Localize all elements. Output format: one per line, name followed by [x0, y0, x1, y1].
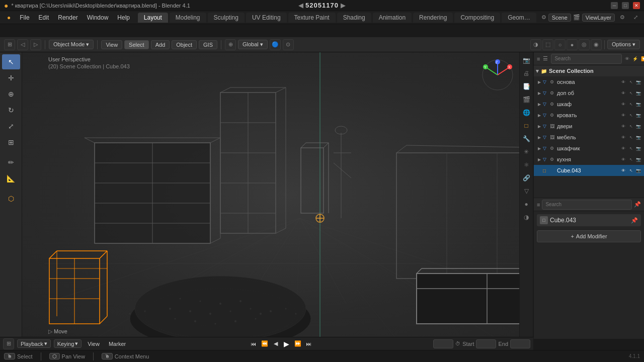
play-btn[interactable]: ▶ [282, 339, 292, 349]
prop-view-layer-icon[interactable]: 📑 [520, 80, 532, 93]
close-button[interactable]: ✕ [633, 2, 640, 9]
tab-sculpting[interactable]: Sculpting [208, 13, 245, 23]
cube043-sel[interactable]: ↖ [627, 167, 634, 174]
tab-layout[interactable]: Layout [138, 13, 168, 23]
props-pin-icon[interactable]: 📌 [634, 201, 641, 208]
outliner-item-mebel[interactable]: ▶ ▽ 🖼 мебель 👁 ↖ 📷 [534, 132, 644, 143]
expand-osnova[interactable]: ▶ [536, 78, 543, 85]
expand-shkaf[interactable]: ▶ [536, 101, 543, 108]
tab-uv-editing[interactable]: UV Editing [246, 13, 287, 23]
prop-world-icon[interactable]: 🌐 [520, 107, 532, 119]
expand-cube043[interactable] [536, 167, 543, 174]
prop-data-icon[interactable]: ▽ [520, 185, 532, 197]
toolbar-proportional-edit[interactable]: ⊙ [283, 39, 294, 50]
mebel-render[interactable]: 📷 [635, 134, 642, 141]
prop-object-icon[interactable]: □ [520, 120, 532, 132]
tab-modeling[interactable]: Modeling [170, 13, 206, 23]
toolbar-solid-icon[interactable]: ● [567, 39, 578, 50]
tool-measure[interactable]: 📐 [2, 171, 20, 186]
prop-scene-icon[interactable]: 🎬 [520, 94, 532, 106]
prop-shader-icon[interactable]: ◑ [520, 211, 532, 223]
tool-select[interactable]: ↖ [2, 54, 20, 69]
select-menu[interactable]: Select [124, 40, 149, 49]
tool-annotate[interactable]: ✏ [2, 155, 20, 170]
prop-physics-icon[interactable]: ⚛ [520, 159, 532, 171]
prop-pin-btn[interactable]: 📌 [631, 217, 638, 224]
shkafchik-vis[interactable]: 👁 [620, 145, 627, 152]
tab-animation[interactable]: Animation [373, 13, 412, 23]
expand-mebel[interactable]: ▶ [536, 134, 543, 141]
start-frame-input[interactable]: 1 [476, 339, 496, 348]
prop-constraints-icon[interactable]: 🔗 [520, 172, 532, 184]
props-search-input[interactable] [542, 200, 632, 210]
timeline-editor-icon[interactable]: ⊞ [3, 338, 14, 349]
osnova-vis[interactable]: 👁 [620, 78, 627, 85]
menu-item-render[interactable]: Render [54, 13, 82, 22]
dveri-render[interactable]: 📷 [635, 123, 642, 130]
add-modifier-button[interactable]: + Add Modifier [537, 230, 641, 242]
tool-add[interactable]: ⬡ [2, 191, 20, 206]
playback-dropdown[interactable]: Playback ▾ [17, 339, 51, 348]
gis-menu[interactable]: GIS [199, 40, 217, 49]
cube043-render[interactable]: 📷 [635, 167, 642, 174]
dveri-vis[interactable]: 👁 [620, 123, 627, 130]
mode-select[interactable]: Object Mode ▾ [49, 40, 94, 49]
menu-item-window[interactable]: Window [83, 13, 113, 22]
viewport-canvas[interactable]: User Perspective (20) Scene Collection |… [22, 52, 555, 339]
tool-cursor[interactable]: ✛ [2, 70, 20, 85]
tab-geometry[interactable]: Geom… [502, 13, 536, 23]
collection-expand-icon[interactable]: ▾ [536, 68, 539, 74]
jump-end-btn[interactable]: ⏭ [304, 339, 314, 349]
outliner-item-dop-ob[interactable]: ▶ ▽ ⚙ доп об 👁 ↖ 📷 [534, 87, 644, 99]
prop-render-icon[interactable]: 📷 [520, 54, 532, 66]
expand-shkafchik[interactable]: ▶ [536, 145, 543, 152]
timeline-view-btn[interactable]: View [85, 340, 103, 347]
outliner-item-shkafchik[interactable]: ▶ ▽ ⚙ шкафчик 👁 ↖ 📷 [534, 143, 644, 154]
toolbar-toggle-right[interactable]: ▷ [30, 39, 41, 50]
outliner-item-osnova[interactable]: ▶ ▽ ⚙ основа 👁 ↖ 📷 [534, 76, 644, 87]
mebel-vis[interactable]: 👁 [620, 134, 627, 141]
end-frame-input[interactable]: 250 [510, 339, 530, 348]
play-reverse-btn[interactable]: ◀ [271, 339, 281, 349]
krovat-sel[interactable]: ↖ [627, 112, 634, 119]
tool-scale[interactable]: ⤢ [2, 119, 20, 134]
tool-transform[interactable]: ⊞ [2, 135, 20, 150]
outliner-item-cube043[interactable]: □ Cube.043 👁 ↖ 📷 [534, 165, 644, 176]
minimize-button[interactable]: ─ [611, 2, 618, 9]
dop-render[interactable]: 📷 [635, 89, 642, 97]
maximize-button[interactable]: □ [622, 2, 629, 9]
cube043-vis[interactable]: 👁 [620, 167, 627, 174]
keying-dropdown[interactable]: Keying ▾ [54, 339, 82, 348]
tool-rotate[interactable]: ↻ [2, 103, 20, 118]
expand-kuhnya[interactable]: ▶ [536, 156, 543, 163]
jump-start-btn[interactable]: ⏮ [249, 339, 259, 349]
scene-selector[interactable]: Scene [548, 14, 571, 22]
outliner-item-shkaf[interactable]: ▶ ▽ ⚙ шкаф 👁 ↖ 📷 [534, 99, 644, 110]
add-menu[interactable]: Add [151, 40, 170, 49]
dop-vis[interactable]: 👁 [620, 89, 627, 97]
toolbar-toggle-left[interactable]: ◁ [17, 39, 28, 50]
toolbar-render-icon[interactable]: ◉ [591, 39, 602, 50]
shkafchik-render[interactable]: 📷 [635, 145, 642, 152]
viewlayer-selector[interactable]: ViewLayer [582, 14, 615, 22]
tab-texture-paint[interactable]: Texture Paint [288, 13, 336, 23]
shkaf-vis[interactable]: 👁 [620, 101, 627, 108]
krovat-vis[interactable]: 👁 [620, 112, 627, 119]
dop-sel[interactable]: ↖ [627, 89, 634, 97]
expand-krovat[interactable]: ▶ [536, 112, 543, 119]
toolbar-overlay-icon[interactable]: ◑ [530, 39, 541, 50]
transform-orient[interactable]: Global ▾ [238, 40, 268, 49]
menu-item-help[interactable]: Help [113, 13, 134, 22]
toolbar-wire-icon[interactable]: ○ [554, 39, 566, 50]
prop-particles-icon[interactable]: ✳ [520, 146, 532, 158]
kuhnya-sel[interactable]: ↖ [627, 156, 634, 163]
toolbar-material-icon[interactable]: ◎ [579, 39, 590, 50]
object-menu[interactable]: Object [172, 40, 197, 49]
view-menu[interactable]: View [101, 40, 122, 49]
menu-item-edit[interactable]: Edit [35, 13, 53, 22]
outliner-item-dveri[interactable]: ▶ ▽ 🖼 двери 👁 ↖ 📷 [534, 121, 644, 132]
toolbar-xray-icon[interactable]: ⬚ [542, 39, 553, 50]
expand-dveri[interactable]: ▶ [536, 123, 543, 130]
prop-output-icon[interactable]: 🖨 [520, 67, 532, 79]
toolbar-snap-icon[interactable]: 🔵 [270, 39, 281, 50]
